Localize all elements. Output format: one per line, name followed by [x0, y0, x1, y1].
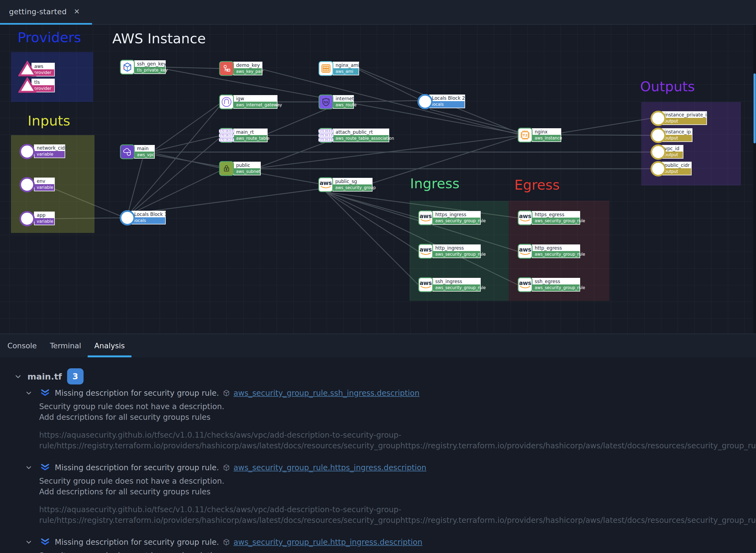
aws-logo-icon: aws	[320, 180, 332, 189]
aws-logo-icon: aws	[419, 247, 432, 256]
node-name: public	[234, 162, 260, 168]
route-table-icon: 172.16.0.0172.16.1.0172.16.2.0	[318, 129, 334, 142]
panel-tab-terminal[interactable]: Terminal	[43, 334, 88, 357]
node-name: attach_public_rt	[334, 129, 389, 135]
node-name: public_cidr	[662, 162, 691, 168]
issue-link[interactable]: aws_security_group_rule.ssh_ingress.desc…	[233, 389, 419, 398]
edge-line	[261, 143, 324, 167]
tab-getting-started[interactable]: getting-started ✕	[0, 0, 92, 25]
group-title-aws-instance: AWS Instance	[112, 31, 206, 47]
node-name: public_sg	[333, 178, 372, 184]
severity-low-icon	[40, 389, 50, 397]
edge-line	[268, 109, 326, 134]
edge-line	[165, 67, 219, 69]
node-name: igw	[234, 96, 277, 102]
tab-close-icon[interactable]: ✕	[74, 7, 80, 16]
node-name: ssh_egress	[533, 279, 580, 285]
vpc-icon	[121, 145, 134, 158]
issue-entry: Missing description for security group r…	[0, 537, 756, 553]
chevron-down-icon[interactable]	[25, 539, 32, 545]
issue-count-badge: 3	[67, 368, 84, 385]
node-type: aws_security_group_rule	[433, 251, 480, 258]
node-type: tls_private_key	[135, 67, 165, 73]
edge-line	[562, 135, 651, 135]
node-name: app	[34, 212, 54, 218]
node-name: nginx_ami	[334, 62, 359, 68]
node-type: aws_security_group_rule	[533, 251, 580, 258]
chevron-down-icon[interactable]	[14, 373, 22, 380]
node-name: http_ingress	[433, 245, 480, 251]
issue-description: Security group rule does not have a desc…	[39, 550, 756, 553]
cube-icon	[122, 62, 133, 73]
issue-list: Missing description for security group r…	[0, 388, 756, 553]
node-type: aws_security_group_rule	[433, 285, 480, 291]
aws-logo-icon: aws	[519, 247, 532, 256]
issue-description: Security group rule does not have a desc…	[39, 401, 756, 422]
key-icon	[220, 62, 233, 75]
issue-url: https://aquasecurity.github.io/tfsec/v1.…	[39, 430, 756, 451]
svg-text:T2: T2	[523, 133, 528, 137]
edge-line	[155, 104, 219, 149]
aws-logo-icon: aws	[419, 280, 432, 289]
node-type: aws_vpc	[135, 152, 154, 158]
aws-logo-icon: aws	[519, 280, 532, 289]
node-type: aws_instance	[533, 135, 561, 141]
node-type: aws_route_table_association	[334, 135, 389, 142]
node-name: http_egress	[533, 245, 580, 251]
internet-gateway-icon	[220, 96, 232, 108]
panel-tab-analysis[interactable]: Analysis	[88, 334, 131, 357]
provider-triangle-icon	[18, 77, 36, 93]
node-type: variable	[34, 218, 54, 225]
subnet-lock-icon	[220, 162, 233, 175]
node-name: main	[135, 146, 154, 152]
node-type: variable	[34, 184, 54, 191]
severity-low-icon	[40, 463, 50, 472]
edge-line	[562, 118, 651, 133]
node-type: aws_key_pair	[234, 68, 262, 75]
node-type: aws_route	[334, 102, 353, 108]
node-name: https_egress	[533, 212, 580, 218]
node-type: locals	[132, 217, 165, 224]
node-type: aws_security_group_rule	[433, 218, 480, 224]
node-type: aws_route_table	[234, 135, 267, 142]
node-type: aws_subnet	[234, 168, 260, 175]
graph-canvas[interactable]: ProvidersAWS InstanceInputsOutputsIngres…	[0, 25, 756, 334]
node-name: network_cidr	[34, 145, 65, 151]
group-title-ingress: Ingress	[410, 176, 460, 191]
issue-description: Security group rule does not have a desc…	[39, 476, 756, 497]
issue-title: Missing description for security group r…	[55, 389, 219, 398]
issue-url: https://aquasecurity.github.io/tfsec/v1.…	[39, 504, 756, 526]
analysis-content: main.tf 3 Missing description for securi…	[0, 357, 756, 553]
aws-logo-icon: aws	[519, 214, 532, 222]
node-type: aws_security_group	[333, 184, 372, 191]
canvas-scrollbar-thumb[interactable]	[754, 73, 756, 143]
node-name: https_ingress	[433, 212, 480, 218]
node-type: output	[662, 168, 691, 175]
package-icon	[223, 464, 230, 472]
node-type: aws_ami	[334, 68, 359, 75]
app-window: getting-started ✕ ProvidersAWS InstanceI…	[0, 0, 756, 553]
svg-text:53: 53	[324, 100, 328, 104]
issue-link[interactable]: aws_security_group_rule.http_ingress.des…	[233, 538, 422, 547]
node-name: env	[34, 178, 54, 184]
issue-link[interactable]: aws_security_group_rule.https_ingress.de…	[233, 463, 426, 472]
chevron-down-icon[interactable]	[25, 390, 32, 396]
panel-tab-console[interactable]: Console	[1, 334, 43, 357]
file-row-main-tf[interactable]: main.tf 3	[14, 368, 756, 385]
route-table-icon: 172.16.0.0172.16.1.0172.16.2.0	[219, 129, 234, 142]
node-type: locals	[430, 101, 465, 108]
edge-line	[131, 107, 219, 211]
edge-line	[326, 192, 418, 251]
canvas-scrollbar-track[interactable]	[753, 25, 756, 334]
chevron-down-icon[interactable]	[25, 464, 32, 471]
node-type: output	[662, 118, 706, 125]
node-name: instance_private_ip	[662, 112, 706, 118]
issue-entry: Missing description for security group r…	[0, 388, 756, 451]
aws-logo-icon: aws	[419, 214, 432, 222]
node-name: ssh_ingress	[433, 279, 480, 285]
node-name: Locals Block 1	[132, 211, 165, 217]
group-title-outputs: Outputs	[640, 79, 695, 94]
tab-label: getting-started	[9, 7, 67, 16]
package-icon	[223, 538, 230, 546]
node-name: internet	[334, 96, 353, 102]
